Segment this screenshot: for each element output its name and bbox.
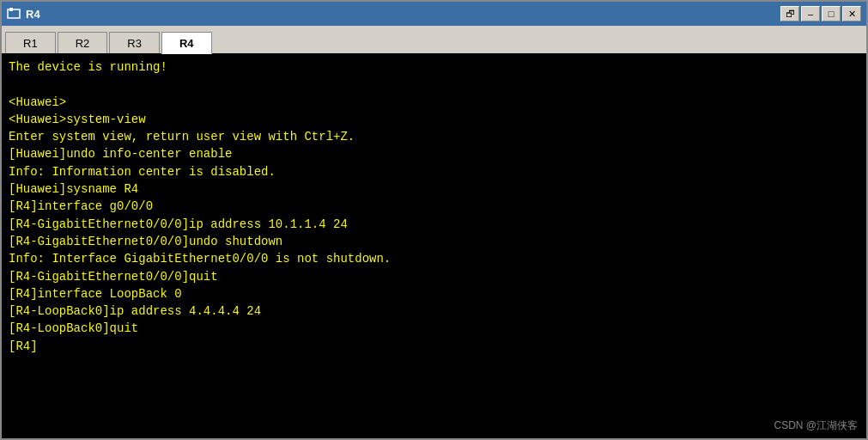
title-bar-controls: 🗗 – □ ✕ — [780, 6, 861, 21]
tab-bar: R1 R2 R3 R4 — [2, 26, 866, 53]
window-icon — [7, 7, 21, 21]
title-bar-left: R4 — [7, 7, 40, 21]
terminal-output: The device is running! <Huawei> <Huawei>… — [9, 58, 859, 355]
terminal-area: The device is running! <Huawei> <Huawei>… — [2, 53, 866, 438]
tab-r1[interactable]: R1 — [5, 32, 56, 54]
main-window: R4 🗗 – □ ✕ R1 R2 R3 R4 The device is run… — [0, 0, 868, 440]
svg-rect-1 — [9, 8, 13, 11]
close-button[interactable]: ✕ — [842, 6, 861, 21]
window-title: R4 — [26, 8, 40, 21]
restore-button[interactable]: 🗗 — [780, 6, 799, 21]
tab-r3[interactable]: R3 — [109, 32, 160, 54]
title-bar: R4 🗗 – □ ✕ — [2, 2, 866, 26]
tab-r2[interactable]: R2 — [58, 32, 108, 54]
watermark: CSDN @江湖侠客 — [774, 419, 858, 433]
minimize-button[interactable]: – — [801, 6, 820, 21]
tab-r4[interactable]: R4 — [161, 32, 212, 54]
maximize-button[interactable]: □ — [822, 6, 841, 21]
